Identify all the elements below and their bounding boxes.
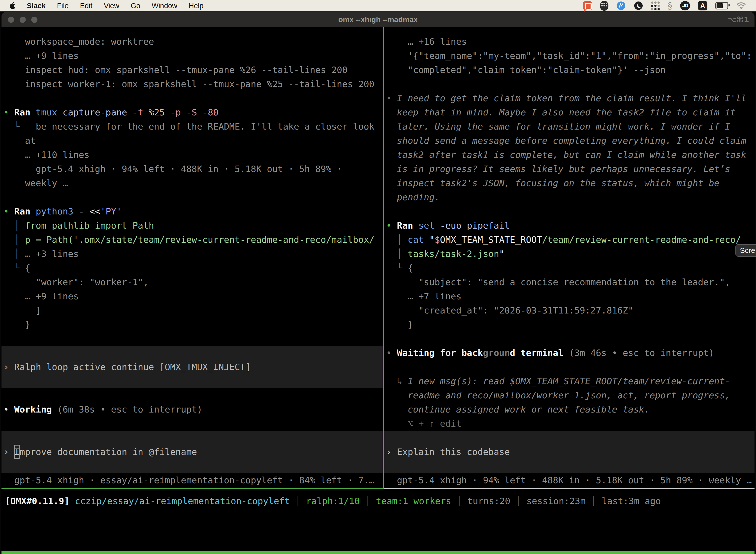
omx-status-line: [OMX#0.11.9] cczip/essay/ai-reimplementa… — [5, 494, 661, 508]
text-segment: '{"team_name":"my-team","task_id":"1","f… — [386, 51, 752, 61]
menu-app-name[interactable]: Slack — [27, 2, 46, 10]
text-segment: mprove documentation in @filename — [19, 445, 197, 459]
menu-item-file[interactable]: File — [57, 2, 69, 10]
text-segment: tasks/task-2.json — [408, 249, 499, 259]
terminal-line — [1, 332, 383, 346]
tmux-pane-left[interactable]: workspace_mode: worktree … +9 lines insp… — [1, 27, 383, 489]
text-segment: set — [419, 220, 440, 231]
text-segment: • — [3, 107, 14, 117]
hook-icon[interactable]: § — [668, 1, 672, 10]
crescent-circle-icon[interactable] — [634, 1, 643, 10]
count-badge-icon[interactable]: ..61 — [680, 1, 690, 10]
terminal-line: } — [1, 318, 383, 332]
text-segment: Explain this codebase — [397, 445, 510, 459]
window-title-bar[interactable]: omx --xhigh --madmax ⌥⌘1 — [1, 12, 755, 27]
text-segment: python3 — [36, 206, 79, 216]
text-segment: 'PY' — [100, 206, 122, 216]
shield-grid-icon[interactable] — [600, 1, 609, 11]
screenshot-chat-icon[interactable] — [583, 1, 592, 10]
text-segment: ⌥ + ↑ edit — [386, 419, 461, 429]
terminal-line: └ be necessary for the end of the README… — [1, 119, 383, 133]
input-source-icon[interactable]: A — [698, 1, 707, 10]
text-segment: Ran — [14, 107, 36, 117]
text-segment: Ran — [397, 220, 419, 231]
terminal-line: pending. — [384, 190, 755, 204]
text-segment: (6m 38s • esc to interrupt) — [52, 404, 202, 414]
terminal-line — [384, 360, 755, 374]
prompt-suggestion-band[interactable]: › Explain this codebase — [384, 431, 755, 473]
text-segment: cat — [408, 234, 429, 245]
terminal-line: │ from pathlib import Path — [1, 218, 383, 233]
text-segment: OMX_TEAM_STATE_ROOT — [440, 234, 542, 245]
tmux-session-label: [omx-cczip0:bash* — [1, 553, 95, 554]
text-segment: • — [3, 404, 14, 414]
terminal-line: ] — [1, 303, 383, 318]
apple-menu-icon[interactable] — [9, 2, 15, 9]
terminal-window: omx --xhigh --madmax ⌥⌘1 workspace_mode:… — [1, 12, 755, 554]
terminal-line: ↳ 1 new msg(s): read $OMX_TEAM_STATE_ROO… — [384, 374, 755, 388]
text-segment: { — [408, 263, 413, 273]
ralph-loop-band[interactable]: › Ralph loop active continue [OMX_TMUX_I… — [1, 346, 383, 388]
text-segment: { — [25, 263, 30, 273]
menu-item-go[interactable]: Go — [131, 2, 140, 10]
text-segment: │ — [3, 220, 25, 231]
screen-tooltip: Scre — [736, 244, 756, 257]
text-segment: at — [3, 135, 36, 146]
text-segment: │ — [290, 496, 306, 506]
window-title: omx --xhigh --madmax — [1, 15, 755, 24]
text-segment: inspect_worker-1: omx sparkshell --tmux-… — [3, 79, 375, 89]
text-segment: … +16 lines — [386, 37, 467, 47]
text-segment: Ran — [14, 206, 36, 216]
menu-item-help[interactable]: Help — [189, 2, 204, 10]
terminal-line: inspect task2's JSON, focusing on the st… — [384, 176, 755, 190]
terminal-line — [1, 91, 383, 105]
terminal-line: '{"team_name":"my-team","task_id":"1","f… — [384, 49, 755, 63]
terminal-line: "worker": "worker-1", — [1, 275, 383, 289]
terminal-line: is in progress? It seems likely but perh… — [384, 162, 755, 176]
text-segment: └ — [3, 263, 25, 273]
terminal-line: "completed","claim_token":"claim-token"}… — [384, 63, 755, 77]
text-segment: › — [3, 445, 14, 459]
text-segment: ↳ — [386, 376, 408, 386]
text-segment: │ — [360, 496, 376, 506]
ran-set-pipefail-line: • Ran set -euo pipefail — [384, 218, 755, 233]
text-segment: … +9 lines — [3, 291, 79, 301]
terminal-line: continue assigned work or next feasible … — [384, 402, 755, 417]
text-segment: pending. — [386, 192, 440, 202]
text-segment: session:23m — [526, 496, 585, 506]
text-segment: " — [429, 234, 435, 245]
text-segment: └ — [386, 263, 408, 273]
block-cursor: I — [14, 445, 19, 459]
wifi-icon[interactable] — [736, 2, 746, 9]
text-segment: ] — [3, 305, 41, 316]
terminal-content: workspace_mode: worktree … +9 lines insp… — [1, 27, 755, 554]
terminal-line: "subject": "send a concise recommendatio… — [384, 275, 755, 289]
text-segment: └ — [3, 121, 36, 131]
text-segment: -S — [186, 107, 202, 117]
text-segment: cczip/essay/ai-reimplementation-copyleft — [69, 496, 290, 506]
terminal-line — [1, 190, 383, 204]
text-segment: team:1 workers — [376, 496, 451, 506]
model-status-line: gpt-5.4 xhigh · 94% left · 488K in · 5.1… — [384, 473, 755, 487]
terminal-line: } — [384, 318, 755, 332]
menu-item-window[interactable]: Window — [152, 2, 177, 10]
terminal-line: └ { — [1, 261, 383, 275]
terminal-line: task2 after task1 is complete, but can I… — [384, 148, 755, 162]
blue-badge-icon[interactable] — [616, 1, 626, 10]
battery-icon[interactable]: ϟ — [715, 2, 728, 9]
terminal-line: keep that in mind. Maybe I also need the… — [384, 105, 755, 119]
menu-item-view[interactable]: View — [104, 2, 119, 10]
text-segment: groun — [483, 348, 510, 358]
menu-item-edit[interactable]: Edit — [80, 2, 92, 10]
prompt-suggestion-band[interactable]: › Improve documentation in @filename — [1, 431, 383, 473]
terminal-line — [384, 204, 755, 218]
tmux-pane-right[interactable]: … +16 lines '{"team_name":"my-team","tas… — [384, 27, 755, 489]
text-segment: should send a message before completing … — [386, 135, 746, 146]
dots-grid-icon[interactable] — [651, 1, 660, 10]
text-segment: is in progress? It seems likely but perh… — [386, 164, 730, 174]
text-segment: } — [3, 320, 30, 330]
text-segment: 1 new msg(s): read $OMX_TEAM_STATE_ROOT/… — [408, 376, 730, 386]
terminal-line: "created_at": "2026-03-31T11:59:27.816Z" — [384, 303, 755, 318]
text-segment: keep that in mind. Maybe I also need the… — [386, 107, 736, 117]
text-segment: │ — [510, 496, 526, 506]
